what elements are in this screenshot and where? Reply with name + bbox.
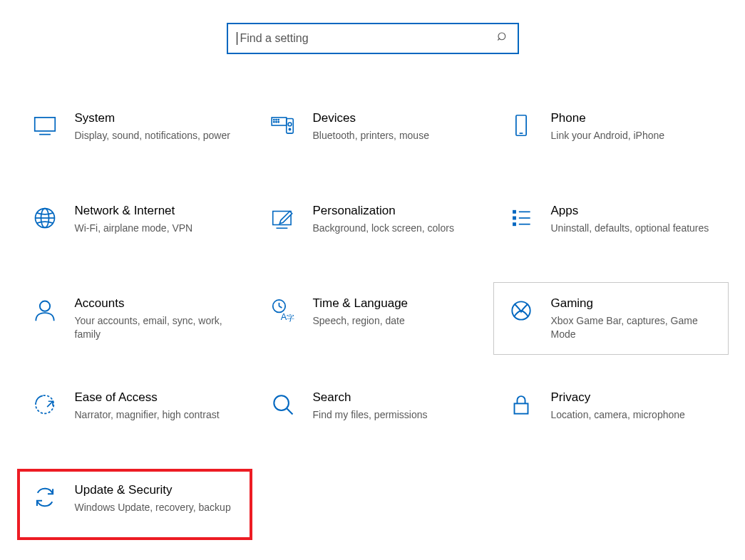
tile-time-language[interactable]: A 字 Time & Language Speech, region, date: [255, 282, 490, 355]
tile-title: Network & Internet: [75, 203, 240, 219]
svg-point-10: [278, 122, 279, 123]
svg-rect-2: [34, 118, 55, 131]
tile-title: Accounts: [75, 296, 240, 311]
search-tile-icon: [267, 391, 299, 418]
svg-rect-22: [513, 217, 515, 219]
tile-title: Privacy: [551, 390, 716, 405]
tile-desc: Xbox Game Bar, captures, Game Mode: [551, 314, 716, 341]
tile-desc: Background, lock screen, colors: [313, 222, 478, 235]
tile-desc: Find my files, permissions: [313, 408, 478, 422]
svg-rect-23: [513, 223, 515, 225]
tile-accounts[interactable]: Accounts Your accounts, email, sync, wor…: [17, 282, 252, 355]
personalization-icon: [267, 204, 299, 232]
apps-icon: [505, 204, 537, 232]
tile-title: Time & Language: [313, 296, 478, 311]
tile-desc: Narrator, magnifier, high contrast: [75, 408, 240, 422]
svg-line-36: [287, 408, 292, 414]
tile-desc: Wi-Fi, airplane mode, VPN: [75, 222, 240, 235]
svg-rect-37: [514, 403, 528, 413]
svg-point-5: [273, 119, 274, 120]
tile-title: Search: [313, 390, 478, 405]
tile-desc: Location, camera, microphone: [551, 408, 716, 422]
time-language-icon: A 字: [267, 297, 299, 324]
tile-desc: Your accounts, email, sync, work, family: [75, 314, 240, 341]
ease-of-access-icon: [29, 391, 61, 418]
privacy-icon: [505, 391, 537, 418]
search-row: [0, 23, 745, 54]
tile-title: Gaming: [551, 296, 716, 311]
svg-rect-14: [515, 115, 525, 136]
tile-personalization[interactable]: Personalization Background, lock screen,…: [255, 190, 490, 261]
tile-gaming[interactable]: Gaming Xbox Game Bar, captures, Game Mod…: [493, 282, 729, 355]
settings-grid: System Display, sound, notifications, po…: [0, 97, 745, 540]
svg-rect-21: [513, 211, 515, 213]
tile-system[interactable]: System Display, sound, notifications, po…: [17, 97, 252, 168]
tile-desc: Bluetooth, printers, mouse: [313, 129, 478, 142]
tile-title: Personalization: [313, 203, 478, 219]
tile-desc: Speech, region, date: [313, 314, 478, 328]
tile-title: Ease of Access: [75, 390, 240, 405]
update-security-icon: [29, 484, 61, 511]
tile-title: Apps: [551, 203, 716, 219]
system-icon: [29, 112, 61, 139]
tile-search[interactable]: Search Find my files, permissions: [255, 376, 490, 447]
accounts-icon: [29, 297, 61, 324]
tile-desc: Link your Android, iPhone: [551, 129, 716, 142]
svg-line-34: [47, 401, 53, 407]
search-icon[interactable]: [496, 31, 509, 46]
svg-point-13: [289, 128, 290, 130]
svg-point-7: [278, 119, 279, 120]
gaming-icon: [505, 297, 537, 324]
tile-title: System: [75, 110, 240, 126]
svg-point-8: [273, 122, 274, 123]
svg-text:字: 字: [286, 313, 294, 322]
tile-network[interactable]: Network & Internet Wi-Fi, airplane mode,…: [17, 190, 252, 261]
svg-point-35: [274, 395, 289, 410]
tile-ease-of-access[interactable]: Ease of Access Narrator, magnifier, high…: [17, 376, 252, 447]
tile-title: Phone: [551, 110, 716, 126]
tile-apps[interactable]: Apps Uninstall, defaults, optional featu…: [493, 190, 729, 261]
tile-desc: Windows Update, recovery, backup: [75, 501, 240, 514]
tile-phone[interactable]: Phone Link your Android, iPhone: [493, 97, 729, 168]
tile-devices[interactable]: Devices Bluetooth, printers, mouse: [255, 97, 490, 168]
svg-point-12: [288, 123, 292, 126]
tile-privacy[interactable]: Privacy Location, camera, microphone: [493, 376, 729, 447]
tile-desc: Display, sound, notifications, power: [75, 129, 240, 142]
svg-point-27: [39, 301, 49, 311]
search-input[interactable]: [239, 31, 496, 46]
svg-point-9: [275, 122, 276, 123]
svg-point-28: [272, 300, 284, 312]
devices-icon: [267, 112, 299, 139]
svg-point-6: [275, 119, 276, 120]
svg-line-30: [279, 306, 282, 308]
phone-icon: [505, 112, 537, 139]
tile-title: Devices: [313, 110, 478, 126]
search-box[interactable]: [227, 23, 519, 54]
text-caret: [237, 32, 237, 45]
tile-desc: Uninstall, defaults, optional features: [551, 222, 716, 235]
tile-title: Update & Security: [75, 482, 240, 498]
tile-update-security[interactable]: Update & Security Windows Update, recove…: [17, 469, 252, 540]
network-icon: [29, 204, 61, 232]
